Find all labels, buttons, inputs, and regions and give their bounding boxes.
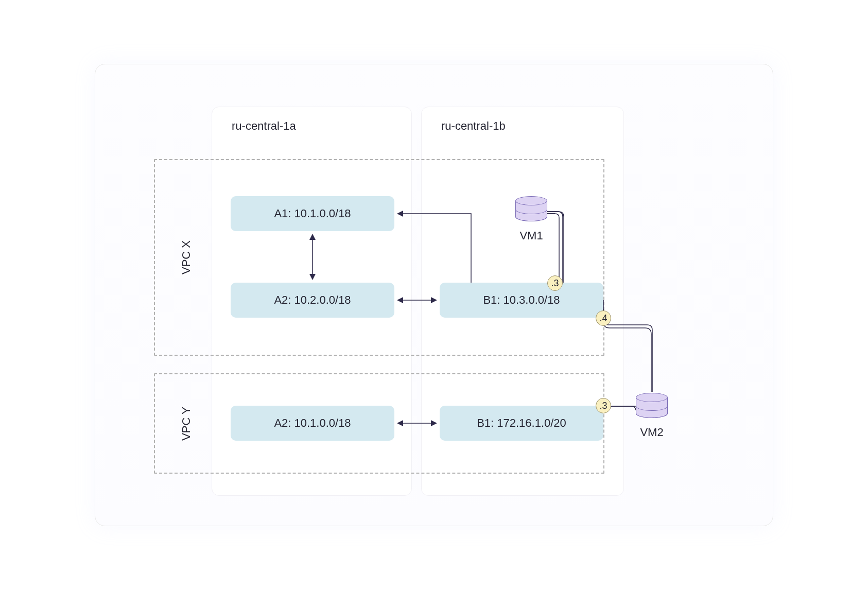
badge-b1y-ip: .3 xyxy=(596,398,611,413)
vm2-label: VM2 xyxy=(640,426,663,439)
subnet-a1-label: A1: 10.1.0.0/18 xyxy=(274,207,351,220)
subnet-b1-y-label: B1: 172.16.1.0/20 xyxy=(477,417,566,430)
vpc-x-label: VPC X xyxy=(180,240,193,274)
subnet-a2-y: A2: 10.1.0.0/18 xyxy=(231,406,394,441)
vm1-label: VM1 xyxy=(519,229,543,242)
subnet-a2-y-label: A2: 10.1.0.0/18 xyxy=(274,417,351,430)
badge-b1x-ip: .4 xyxy=(596,310,611,326)
diagram-canvas: ru-central-1a ru-central-1b VPC X VPC Y … xyxy=(95,64,773,526)
subnet-b1-y: B1: 172.16.1.0/20 xyxy=(440,406,603,441)
vpc-x: VPC X xyxy=(154,159,604,356)
badge-vm1-ip: .3 xyxy=(547,275,563,291)
vpc-y-label: VPC Y xyxy=(180,407,193,441)
subnet-b1-x-label: B1: 10.3.0.0/18 xyxy=(483,293,560,307)
vm1-icon: VM1 xyxy=(515,196,547,232)
subnet-a1: A1: 10.1.0.0/18 xyxy=(231,196,394,231)
subnet-a2-x-label: A2: 10.2.0.0/18 xyxy=(274,293,351,307)
vm2-icon: VM2 xyxy=(636,393,668,429)
zone-a-label: ru-central-1a xyxy=(232,119,296,133)
subnet-b1-x: B1: 10.3.0.0/18 xyxy=(440,283,603,318)
subnet-a2-x: A2: 10.2.0.0/18 xyxy=(231,283,394,318)
zone-b-label: ru-central-1b xyxy=(441,119,506,133)
